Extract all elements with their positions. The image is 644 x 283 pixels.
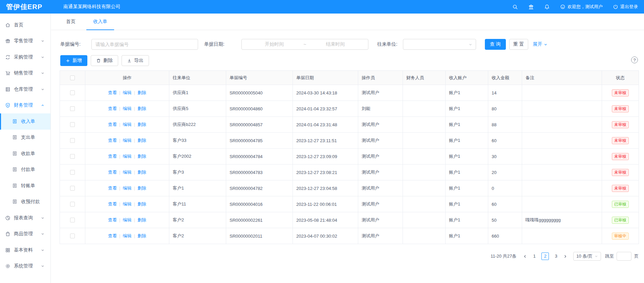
cell-finance (403, 85, 446, 101)
welcome-user[interactable]: 欢迎您，测试用户 (560, 4, 603, 10)
app-logo[interactable]: 管伊佳ERP (0, 2, 49, 12)
sidebar-item-income-bill[interactable]: 收入单 (0, 113, 50, 130)
tab-home[interactable]: 首页 (59, 14, 82, 30)
view-link[interactable]: 查看 (108, 90, 117, 95)
view-link[interactable]: 查看 (108, 170, 117, 175)
table-row: 查看|编辑|删除 供应商b222 SR00000004857 2024-01-0… (60, 117, 639, 133)
cell-actions: 查看|编辑|删除 (85, 165, 169, 180)
date-range-picker[interactable]: 开始时间 ~ 结束时间 (241, 39, 368, 50)
reset-button[interactable]: 重 置 (509, 39, 528, 50)
sidebar-item-prepaid-bill[interactable]: 收预付款 (0, 194, 50, 210)
chevron-down-icon (41, 71, 44, 75)
expand-link[interactable]: 展开 (533, 41, 548, 47)
row-checkbox[interactable] (70, 186, 75, 191)
sidebar-item-home[interactable]: 首页 (0, 17, 50, 33)
cell-status: 未审核 (602, 133, 639, 149)
delete-link[interactable]: 删除 (137, 186, 146, 191)
building-icon[interactable] (528, 4, 534, 10)
view-link[interactable]: 查看 (108, 106, 117, 111)
cell-status: 未审核 (602, 149, 639, 165)
edit-link[interactable]: 编辑 (123, 154, 132, 159)
doc-icon (12, 119, 18, 124)
tab-income-bill[interactable]: 收入单 (86, 14, 114, 30)
prev-page-button[interactable] (523, 255, 527, 258)
bill-no-input[interactable] (91, 39, 198, 50)
delete-link[interactable]: 删除 (137, 138, 146, 143)
sidebar-item-transfer-bill[interactable]: 转账单 (0, 178, 50, 194)
edit-link[interactable]: 编辑 (123, 217, 132, 222)
view-link[interactable]: 查看 (108, 154, 117, 159)
cell-finance (403, 117, 446, 133)
sidebar-item-purchase[interactable]: 采购管理 (0, 49, 50, 65)
view-link[interactable]: 查看 (108, 138, 117, 143)
row-checkbox[interactable] (70, 122, 75, 127)
row-checkbox[interactable] (70, 154, 75, 159)
delete-link[interactable]: 删除 (137, 170, 146, 175)
sidebar-item-warehouse[interactable]: 仓库管理 (0, 81, 50, 97)
edit-link[interactable]: 编辑 (123, 233, 132, 238)
row-checkbox[interactable] (70, 106, 75, 111)
row-checkbox[interactable] (70, 90, 75, 95)
next-page-button[interactable] (563, 255, 567, 258)
sidebar-item-goods[interactable]: 商品管理 (0, 226, 50, 242)
row-checkbox[interactable] (70, 218, 75, 222)
sidebar-item-report[interactable]: 报表查询 (0, 210, 50, 226)
cell-finance (403, 212, 446, 228)
row-checkbox[interactable] (70, 202, 75, 206)
view-link[interactable]: 查看 (108, 217, 117, 222)
row-checkbox[interactable] (70, 170, 75, 175)
add-button[interactable]: 新增 (60, 55, 87, 66)
search-button[interactable]: 查 询 (485, 39, 506, 50)
partner-select[interactable] (403, 39, 476, 50)
sidebar-item-basic-data[interactable]: 基本资料 (0, 242, 50, 258)
view-link[interactable]: 查看 (108, 233, 117, 238)
cell-bill-date: 2024-01-04 23:31:48 (293, 117, 358, 133)
sidebar-item-payment-bill[interactable]: 付款单 (0, 162, 50, 178)
sidebar-item-retail[interactable]: 零售管理 (0, 33, 50, 49)
select-all-checkbox[interactable] (70, 75, 75, 80)
delete-link[interactable]: 删除 (137, 217, 146, 222)
delete-link[interactable]: 删除 (137, 233, 146, 238)
cell-amount: 60 (488, 196, 522, 212)
help-icon[interactable]: ? (631, 57, 638, 63)
company-name: 南通某某网络科技有限公司 (63, 4, 120, 10)
view-link[interactable]: 查看 (108, 122, 117, 127)
sidebar-item-receipt-bill[interactable]: 收款单 (0, 146, 50, 162)
view-link[interactable]: 查看 (108, 186, 117, 191)
edit-link[interactable]: 编辑 (123, 122, 132, 127)
delete-link[interactable]: 删除 (137, 122, 146, 127)
view-link[interactable]: 查看 (108, 201, 117, 206)
sidebar-item-sale[interactable]: 销售管理 (0, 65, 50, 82)
bell-icon[interactable] (544, 4, 550, 10)
page-size-select[interactable]: 10 条/页 (573, 252, 601, 261)
row-checkbox[interactable] (70, 234, 75, 238)
pie-chart-icon (5, 215, 10, 221)
edit-link[interactable]: 编辑 (123, 90, 132, 95)
sidebar-item-finance[interactable]: 财务管理 (0, 97, 50, 114)
edit-link[interactable]: 编辑 (123, 138, 132, 143)
edit-link[interactable]: 编辑 (123, 170, 132, 175)
edit-link[interactable]: 编辑 (123, 201, 132, 206)
search-icon[interactable] (512, 4, 518, 10)
jump-page-input[interactable] (617, 252, 631, 261)
page-button-1[interactable]: 1 (531, 253, 538, 260)
page-button-3[interactable]: 3 (552, 253, 560, 260)
doc-icon (12, 167, 18, 172)
delete-button[interactable]: 删除 (91, 55, 118, 66)
edit-link[interactable]: 编辑 (123, 106, 132, 111)
delete-link[interactable]: 删除 (137, 201, 146, 206)
delete-link[interactable]: 删除 (137, 106, 146, 111)
cell-actions: 查看|编辑|删除 (85, 133, 169, 149)
delete-link[interactable]: 删除 (137, 90, 146, 95)
logout-button[interactable]: 退出登录 (613, 4, 638, 10)
export-button[interactable]: 导出 (122, 55, 149, 66)
cell-actions: 查看|编辑|删除 (85, 212, 169, 228)
sidebar-item-expense-bill[interactable]: 支出单 (0, 130, 50, 146)
sidebar-item-system[interactable]: 系统管理 (0, 258, 50, 275)
status-badge: 未审核 (612, 137, 629, 144)
delete-link[interactable]: 删除 (137, 154, 146, 159)
edit-link[interactable]: 编辑 (123, 186, 132, 191)
cell-finance (403, 133, 446, 149)
page-button-2-current[interactable]: 2 (541, 253, 549, 260)
row-checkbox[interactable] (70, 138, 75, 143)
